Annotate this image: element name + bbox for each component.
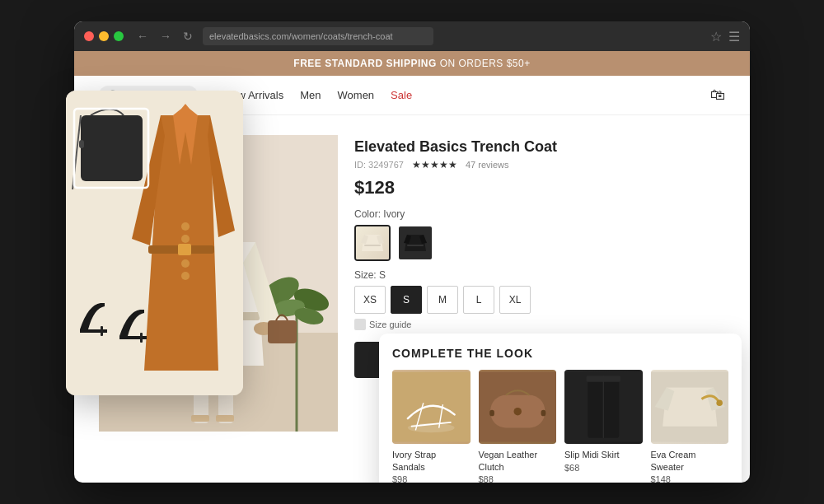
swatch-black-coat-icon xyxy=(403,228,428,258)
svg-rect-10 xyxy=(216,415,234,422)
look-items: Ivory Strap Sandals $98 xyxy=(392,370,728,483)
size-buttons: XS S M L XL xyxy=(354,286,725,314)
svg-rect-46 xyxy=(101,326,103,336)
maximize-button[interactable] xyxy=(114,31,124,41)
nav-links: New Arrivals Men Women Sale xyxy=(224,89,412,101)
minimize-button[interactable] xyxy=(99,31,109,41)
product-meta: ID: 3249767 ★★★★★ 47 reviews xyxy=(354,159,725,170)
review-count: 47 reviews xyxy=(466,160,509,170)
svg-rect-9 xyxy=(191,415,209,422)
svg-point-23 xyxy=(408,423,455,432)
svg-rect-20 xyxy=(364,245,381,246)
promo-banner: FREE STANDARD SHIPPING ON ORDERS $50+ xyxy=(74,51,750,76)
sweater-price: $148 xyxy=(651,474,729,483)
svg-rect-28 xyxy=(541,410,545,417)
svg-rect-47 xyxy=(140,333,143,343)
size-label: Size: S xyxy=(354,269,725,281)
clutch-image xyxy=(479,370,557,444)
address-bar[interactable]: elevatedbasics.com/women/coats/trench-co… xyxy=(203,27,433,45)
browser-action-buttons: ☆ ☰ xyxy=(710,29,740,44)
color-label: Color: Ivory xyxy=(354,208,725,220)
size-l[interactable]: L xyxy=(463,286,494,314)
complete-look-card: COMPLETE THE LOOK xyxy=(379,334,742,483)
size-s[interactable]: S xyxy=(391,286,422,314)
clutch-price: $88 xyxy=(479,474,557,483)
size-xs[interactable]: XS xyxy=(354,286,386,314)
svg-point-39 xyxy=(181,235,190,243)
floating-style-card xyxy=(66,91,243,395)
swatch-ivory-coat-icon xyxy=(360,228,385,258)
size-m[interactable]: M xyxy=(427,286,458,314)
sandals-image xyxy=(392,370,471,444)
look-item-skirt[interactable]: Slip Midi Skirt $68 xyxy=(564,370,643,483)
look-item-clutch[interactable]: Vegan Leather Clutch $88 xyxy=(479,370,557,483)
size-guide-text: Size guide xyxy=(369,320,411,329)
skirt-image xyxy=(564,370,643,444)
url-display: elevatedbasics.com/women/coats/trench-co… xyxy=(209,31,393,41)
svg-rect-44 xyxy=(79,140,84,148)
sandals-name: Ivory Strap Sandals xyxy=(392,449,471,473)
svg-point-34 xyxy=(716,400,723,407)
nav-women[interactable]: Women xyxy=(338,89,375,101)
promo-regular-text: ON ORDERS $50+ xyxy=(437,58,531,69)
clutch-svg xyxy=(479,370,557,444)
sandals-price: $98 xyxy=(392,474,471,483)
product-id: ID: 3249767 xyxy=(354,160,404,170)
size-guide-link[interactable]: Size guide xyxy=(354,319,725,330)
style-card-svg xyxy=(66,91,243,395)
sweater-svg xyxy=(651,370,729,444)
svg-point-26 xyxy=(513,408,521,415)
back-button[interactable]: ← xyxy=(133,28,152,44)
svg-rect-27 xyxy=(489,410,494,417)
size-section: Size: S XS S M L XL Size guide xyxy=(354,269,725,330)
svg-rect-37 xyxy=(178,244,191,255)
color-section: Color: Ivory xyxy=(354,208,725,261)
size-xl[interactable]: XL xyxy=(499,286,531,314)
bookmark-icon[interactable]: ☆ xyxy=(710,29,722,44)
svg-point-38 xyxy=(181,222,190,231)
color-swatch-black[interactable] xyxy=(397,225,433,261)
look-item-sweater[interactable]: Eva Cream Sweater $148 xyxy=(651,370,729,483)
product-price: $128 xyxy=(354,177,725,198)
skirt-name: Slip Midi Skirt xyxy=(564,449,643,460)
svg-point-41 xyxy=(181,272,190,280)
skirt-svg xyxy=(564,370,643,444)
svg-rect-16 xyxy=(268,320,297,343)
svg-point-40 xyxy=(181,259,190,268)
svg-rect-42 xyxy=(81,115,143,181)
skirt-price: $68 xyxy=(564,463,643,473)
nav-men[interactable]: Men xyxy=(300,89,321,101)
color-swatches xyxy=(354,225,725,261)
svg-rect-32 xyxy=(586,376,620,383)
nav-sale[interactable]: Sale xyxy=(391,89,412,101)
browser-navigation: ← → ↻ xyxy=(133,28,196,44)
menu-icon[interactable]: ☰ xyxy=(728,29,740,44)
product-title: Elevated Basics Trench Coat xyxy=(354,138,725,156)
forward-button[interactable]: → xyxy=(157,28,175,44)
product-stars: ★★★★★ xyxy=(412,159,457,170)
sweater-name: Eva Cream Sweater xyxy=(651,449,729,473)
look-item-sandals[interactable]: Ivory Strap Sandals $98 xyxy=(392,370,471,483)
svg-rect-21 xyxy=(407,245,424,246)
clutch-name: Vegan Leather Clutch xyxy=(479,449,557,473)
color-swatch-ivory[interactable] xyxy=(354,225,391,261)
close-button[interactable] xyxy=(84,31,94,41)
window-controls xyxy=(84,31,124,41)
promo-bold-text: FREE STANDARD SHIPPING xyxy=(293,58,436,69)
size-guide-icon xyxy=(354,319,366,330)
sandals-svg xyxy=(392,370,471,444)
refresh-button[interactable]: ↻ xyxy=(180,28,196,44)
sweater-image xyxy=(651,370,729,444)
cart-icon[interactable]: 🛍 xyxy=(710,86,725,104)
browser-chrome: ← → ↻ elevatedbasics.com/women/coats/tre… xyxy=(74,21,750,51)
complete-look-title: COMPLETE THE LOOK xyxy=(392,347,728,360)
